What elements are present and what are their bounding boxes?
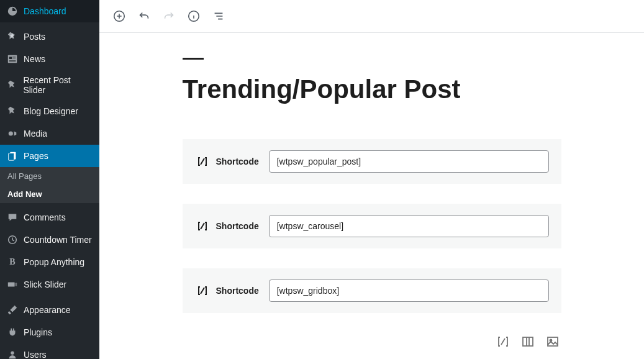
outline-button[interactable] xyxy=(209,6,229,26)
sidebar-item-label: Comments xyxy=(24,212,66,222)
sidebar-item-blog-designer[interactable]: Blog Designer xyxy=(0,100,99,122)
submenu-add-new[interactable]: Add New xyxy=(0,185,99,203)
news-icon xyxy=(6,53,19,65)
shortcode-block[interactable]: Shortcode xyxy=(183,139,561,184)
sidebar-item-label: News xyxy=(24,54,45,64)
sidebar-item-users[interactable]: Users xyxy=(0,343,99,359)
sidebar-item-appearance[interactable]: Appearance xyxy=(0,299,99,321)
shortcode-input[interactable] xyxy=(269,279,549,302)
sidebar-item-label: Countdown Timer xyxy=(24,235,92,245)
sidebar-item-comments[interactable]: Comments xyxy=(0,206,99,229)
dashboard-icon xyxy=(6,5,19,17)
pin-icon xyxy=(6,79,18,91)
sidebar-item-label: Media xyxy=(24,129,47,139)
shortcode-label: Shortcode xyxy=(216,286,259,296)
sidebar-item-label: Appearance xyxy=(24,305,71,315)
svg-point-12 xyxy=(11,352,14,355)
svg-rect-4 xyxy=(9,60,16,61)
shortcode-icon xyxy=(195,219,210,234)
shortcode-icon xyxy=(195,154,210,169)
media-icon xyxy=(6,127,19,140)
editor-body: Trending/Popular Post Shortcode xyxy=(99,33,644,359)
comments-icon xyxy=(6,211,19,224)
sidebar-item-label: Popup Anything xyxy=(24,257,84,267)
redo-button[interactable] xyxy=(159,6,179,26)
block-inserter xyxy=(183,333,561,359)
sidebar-item-news[interactable]: News xyxy=(0,48,99,70)
sidebar-item-label: Recent Post Slider xyxy=(23,75,93,95)
sidebar-item-label: Pages xyxy=(24,151,48,161)
svg-rect-2 xyxy=(12,57,16,57)
sidebar-item-label: Users xyxy=(24,350,47,359)
pages-icon xyxy=(6,150,19,162)
shortcode-block[interactable]: Shortcode xyxy=(183,268,561,313)
title-divider xyxy=(183,58,204,60)
svg-rect-16 xyxy=(548,337,558,346)
sidebar-item-label: Dashboard xyxy=(24,6,66,16)
shortcode-input[interactable] xyxy=(269,150,549,173)
plug-icon xyxy=(6,326,19,339)
sidebar-item-plugins[interactable]: Plugins xyxy=(0,321,99,343)
shortcode-input[interactable] xyxy=(269,215,549,237)
sidebar-item-posts[interactable]: Posts xyxy=(0,25,99,48)
inserter-image-button[interactable] xyxy=(544,333,561,350)
clock-icon xyxy=(6,234,19,246)
editor-main: Trending/Popular Post Shortcode xyxy=(99,0,644,359)
user-icon xyxy=(6,348,19,359)
bold-icon: B xyxy=(6,256,19,268)
shortcode-block[interactable]: Shortcode xyxy=(183,204,561,248)
svg-rect-5 xyxy=(9,61,16,62)
pin-icon xyxy=(6,105,19,117)
submenu-all-pages[interactable]: All Pages xyxy=(0,167,99,185)
svg-point-6 xyxy=(9,131,13,135)
svg-rect-8 xyxy=(9,153,14,161)
admin-sidebar: Dashboard Posts News Recent Post Slider xyxy=(0,0,99,359)
svg-rect-10 xyxy=(8,282,15,286)
sidebar-item-label: Blog Designer xyxy=(24,106,78,116)
sidebar-item-pages[interactable]: Pages xyxy=(0,145,99,167)
sidebar-item-slick-slider[interactable]: Slick Slider xyxy=(0,273,99,296)
inserter-shortcode-button[interactable] xyxy=(494,333,512,350)
sidebar-submenu-pages: All Pages Add New xyxy=(0,167,99,203)
sidebar-item-label: Plugins xyxy=(24,327,52,337)
slider-icon xyxy=(6,278,19,291)
sidebar-item-popup-anything[interactable]: B Popup Anything xyxy=(0,251,99,273)
sidebar-item-recent-post-slider[interactable]: Recent Post Slider xyxy=(0,70,99,100)
svg-rect-11 xyxy=(16,283,17,286)
shortcode-label: Shortcode xyxy=(216,157,259,166)
undo-button[interactable] xyxy=(134,6,154,26)
sidebar-item-label: Slick Slider xyxy=(24,279,66,289)
brush-icon xyxy=(6,304,19,316)
pin-icon xyxy=(6,30,19,43)
editor-toolbar xyxy=(99,0,644,33)
svg-rect-1 xyxy=(9,57,12,59)
inserter-columns-button[interactable] xyxy=(519,333,537,350)
shortcode-label: Shortcode xyxy=(216,221,259,231)
sidebar-item-countdown-timer[interactable]: Countdown Timer xyxy=(0,229,99,251)
add-block-button[interactable] xyxy=(109,6,129,26)
sidebar-item-media[interactable]: Media xyxy=(0,122,99,145)
svg-rect-15 xyxy=(523,337,533,346)
svg-rect-3 xyxy=(12,58,16,58)
shortcode-icon xyxy=(195,283,210,298)
sidebar-item-dashboard[interactable]: Dashboard xyxy=(0,0,99,22)
sidebar-item-label: Posts xyxy=(24,32,45,42)
page-title[interactable]: Trending/Popular Post xyxy=(183,75,561,104)
info-button[interactable] xyxy=(184,6,204,26)
